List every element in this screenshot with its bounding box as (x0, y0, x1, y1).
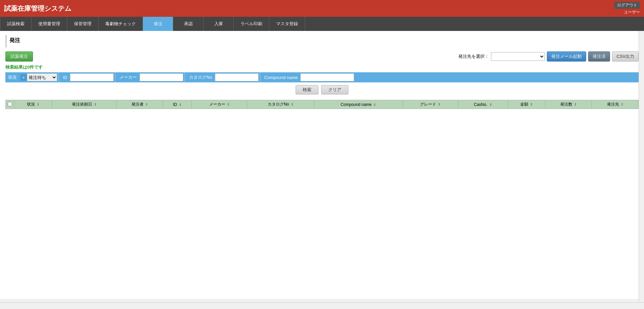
header-cas-no[interactable]: CasNo. ⇕ (458, 100, 507, 109)
maker-filter-label: メーカー (117, 72, 140, 82)
header-order-date[interactable]: 発注依頼日 ⇕ (52, 100, 116, 109)
filter-separator-4 (260, 72, 260, 82)
header-orderer[interactable]: 発注者 ⇕ (116, 100, 163, 109)
select-all-checkbox[interactable] (8, 102, 12, 106)
id-filter-label: ID (60, 72, 70, 82)
app-title: 試薬在庫管理システム (4, 4, 71, 13)
header-checkbox-cell (6, 100, 14, 109)
page-content: 発注 試薬発注 発注先を選択： 発注メール起動 発注済 CSV出力 検索結果は0… (0, 31, 644, 299)
add-filter-button[interactable]: + (20, 74, 27, 81)
header: 試薬在庫管理システム ログアウト ユーザー (0, 0, 644, 17)
csv-button[interactable]: CSV出力 (612, 51, 639, 62)
toolbar-row: 試薬発注 発注先を選択： 発注メール起動 発注済 CSV出力 (5, 51, 639, 62)
nav-item-usage-management[interactable]: 使用量管理 (32, 17, 67, 31)
nav-item-storage-management[interactable]: 保管管理 (67, 17, 99, 31)
dest-select[interactable] (491, 52, 545, 61)
header-right: ログアウト ユーザー (614, 2, 640, 15)
nav-item-approval[interactable]: 承認 (173, 17, 203, 31)
page-title: 発注 (5, 35, 639, 47)
search-result-message: 検索結果は0件です (5, 64, 639, 70)
search-button[interactable]: 検索 (296, 85, 318, 94)
catalog-filter-label: カタログNo (186, 72, 215, 82)
header-catalog-no[interactable]: カタログNo ⇕ (247, 100, 314, 109)
status-filter-select[interactable]: 発注待ち 発注済 全て (27, 73, 57, 81)
compound-filter-label: Compound name (262, 72, 301, 82)
nav-bar: 試薬検索使用量管理保管管理毒劇物チェック発注承認入庫ラベル印刷マスタ登録 (0, 17, 644, 31)
table-header-row: 状況 ⇕ 発注依頼日 ⇕ 発注者 ⇕ ID ⇕ メーカー ⇕ カタログNo ⇕ … (6, 100, 639, 109)
filter-separator-1 (59, 72, 59, 82)
nav-item-receipt[interactable]: 入庫 (203, 17, 234, 31)
header-order-dest[interactable]: 発注先 ⇕ (592, 100, 639, 109)
filter-separator-2 (115, 72, 115, 82)
header-maker[interactable]: メーカー ⇕ (192, 100, 247, 109)
maker-filter-input[interactable] (140, 73, 183, 81)
email-button[interactable]: 発注メール起動 (547, 51, 586, 62)
nav-item-poison-check[interactable]: 毒劇物チェック (99, 17, 143, 31)
nav-item-label-print[interactable]: ラベル印刷 (234, 17, 269, 31)
header-grade[interactable]: グレード ⇕ (403, 100, 458, 109)
done-button[interactable]: 発注済 (588, 51, 610, 62)
id-filter-input[interactable] (70, 73, 114, 81)
header-order-count[interactable]: 発注数 ⇕ (545, 100, 592, 109)
nav-item-reagent-search[interactable]: 試薬検索 (0, 17, 32, 31)
header-id[interactable]: ID ⇕ (163, 100, 192, 109)
dest-label: 発注先を選択： (458, 53, 489, 60)
toolbar-right: 発注先を選択： 発注メール起動 発注済 CSV出力 (458, 51, 639, 62)
username-label: ユーザー (624, 9, 640, 15)
catalog-filter-input[interactable] (215, 73, 259, 81)
filter-row: 状況 + 発注待ち 発注済 全て ID メーカー カタログNo Compound… (5, 72, 639, 82)
nav-item-master-register[interactable]: マスタ登録 (269, 17, 305, 31)
header-amount[interactable]: 金額 ⇕ (508, 100, 545, 109)
clear-button[interactable]: クリア (321, 85, 348, 94)
logout-button[interactable]: ログアウト (614, 2, 640, 9)
compound-filter-input[interactable] (300, 73, 354, 81)
header-status[interactable]: 状況 ⇕ (14, 100, 52, 109)
scrollbar-right[interactable] (639, 31, 644, 299)
status-filter-label: 状況 (5, 72, 20, 82)
nav-item-order[interactable]: 発注 (143, 17, 173, 31)
search-buttons-row: 検索 クリア (5, 85, 639, 94)
order-button[interactable]: 試薬発注 (5, 51, 33, 62)
order-table: 状況 ⇕ 発注依頼日 ⇕ 発注者 ⇕ ID ⇕ メーカー ⇕ カタログNo ⇕ … (5, 100, 639, 109)
header-compound-name[interactable]: Compound name ⇕ (314, 100, 403, 109)
filter-separator-3 (185, 72, 185, 82)
